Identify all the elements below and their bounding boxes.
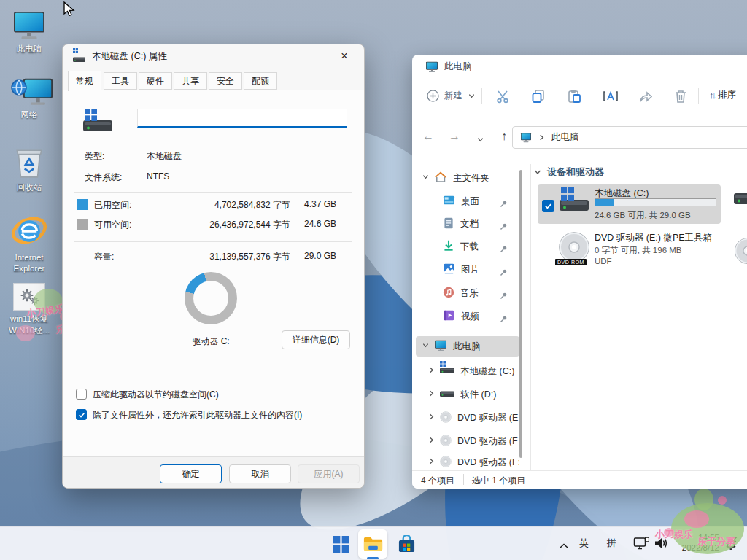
- volume-tray-icon[interactable]: [654, 537, 668, 553]
- drive-d-item-partial[interactable]: [734, 193, 747, 208]
- start-button[interactable]: [326, 529, 355, 559]
- chevron-right-icon[interactable]: [427, 413, 436, 421]
- cut-button[interactable]: [495, 89, 510, 106]
- drive-icon: [734, 193, 747, 205]
- sidebar-item-local-disk-c[interactable]: 本地磁盘 (C:): [416, 361, 519, 381]
- rename-button[interactable]: [603, 89, 619, 106]
- separator: [74, 241, 352, 242]
- details-button[interactable]: 详细信息(D): [282, 330, 350, 349]
- volume-label-input[interactable]: [137, 109, 347, 128]
- ime-mode-indicator[interactable]: 拼: [607, 537, 616, 550]
- properties-dialog: 本地磁盘 (C:) 属性 × 常规 工具 硬件 共享 安全 配额 类型: 本地磁…: [62, 44, 365, 489]
- share-icon: [638, 89, 653, 104]
- forward-button[interactable]: →: [449, 130, 460, 143]
- copy-button[interactable]: [531, 89, 546, 106]
- sidebar-item-home[interactable]: 主文件夹: [416, 168, 519, 188]
- up-button[interactable]: ↑: [501, 130, 507, 143]
- apply-button[interactable]: 应用(A): [298, 464, 360, 483]
- close-button[interactable]: ×: [333, 47, 355, 65]
- internet-explorer-icon: [11, 213, 47, 249]
- notification-bell-icon[interactable]: [724, 537, 738, 554]
- chevron-right-icon[interactable]: [427, 366, 436, 374]
- chevron-right-icon[interactable]: [427, 436, 436, 444]
- compress-checkbox[interactable]: [76, 389, 87, 400]
- share-button[interactable]: [638, 89, 653, 106]
- drive-c-item[interactable]: 本地磁盘 (C:) 24.6 GB 可用, 共 29.0 GB: [538, 184, 721, 224]
- chevron-right-icon[interactable]: [427, 389, 436, 397]
- free-space-legend-swatch: [77, 219, 88, 230]
- network-tray-icon[interactable]: [633, 537, 649, 553]
- pin-icon: [500, 266, 508, 279]
- desktop-icon-label2: WIN10经...: [1, 325, 57, 336]
- sort-icon: ↑↓: [709, 90, 714, 101]
- drive-icon: [440, 368, 454, 374]
- chevron-right-icon[interactable]: [427, 457, 436, 465]
- clock[interactable]: 14:55 2022/8/12: [671, 532, 719, 553]
- ime-language-indicator[interactable]: 英: [579, 537, 589, 550]
- desktop-icon-this-pc[interactable]: 此电脑: [1, 10, 57, 55]
- cancel-button[interactable]: 取消: [229, 464, 291, 483]
- address-bar[interactable]: 此电脑: [512, 126, 747, 149]
- desktop-icon-internet-explorer[interactable]: Internet Explorer: [1, 213, 57, 274]
- copy-icon: [531, 89, 546, 104]
- index-checkbox[interactable]: [76, 409, 87, 420]
- pane-divider[interactable]: [530, 164, 531, 470]
- tab-hardware[interactable]: 硬件: [139, 72, 172, 90]
- sidebar-item-dvd-f2[interactable]: DVD 驱动器 (F:): [416, 454, 519, 470]
- sidebar-item-dvd-f[interactable]: DVD 驱动器 (F: [416, 431, 519, 451]
- group-header-devices[interactable]: 设备和驱动器: [533, 166, 604, 179]
- history-chevron-button[interactable]: [476, 133, 484, 147]
- toolbar-divider: [698, 88, 699, 104]
- desktop-icon-recycle-bin[interactable]: 回收站: [1, 146, 57, 193]
- sidebar-item-label: 视频: [461, 311, 479, 323]
- sidebar-item-label: 文档: [460, 218, 479, 230]
- dvd-e-item[interactable]: DVD-ROM DVD 驱动器 (E:) 微PE工具箱 0 字节 可用, 共 1…: [538, 230, 721, 271]
- check-icon: [544, 202, 552, 210]
- sort-button[interactable]: ↑↓ 排序: [709, 89, 736, 101]
- desktop-icon-label: 网络: [1, 109, 57, 120]
- taskbar-store-button[interactable]: [392, 529, 421, 559]
- delete-button[interactable]: [673, 89, 688, 106]
- drive-letter-label: 驱动器 C:: [167, 335, 255, 348]
- explorer-tab[interactable]: 此电脑: [425, 61, 472, 73]
- chevron-down-icon[interactable]: [422, 341, 430, 349]
- tray-overflow-chevron[interactable]: [559, 540, 569, 553]
- index-checkbox-label[interactable]: 除了文件属性外，还允许索引此驱动器上文件的内容(I): [93, 409, 302, 421]
- scissors-icon: [495, 89, 510, 104]
- disc-icon: [440, 435, 452, 446]
- dialog-title: 本地磁盘 (C:) 属性: [92, 50, 167, 63]
- sidebar-item-label: 此电脑: [453, 341, 481, 353]
- chevron-down-icon[interactable]: [422, 173, 430, 181]
- tab-tools[interactable]: 工具: [104, 72, 137, 90]
- used-space-legend-swatch: [77, 199, 88, 210]
- pictures-icon: [443, 263, 455, 274]
- sidebar-item-dvd-e[interactable]: DVD 驱动器 (E: [416, 408, 519, 428]
- selection-checkbox[interactable]: [542, 200, 554, 212]
- paste-button[interactable]: [567, 89, 581, 106]
- sidebar-item-label: 音乐: [460, 287, 479, 300]
- toolbar-divider: [481, 88, 482, 104]
- plus-icon: [427, 90, 439, 102]
- compress-checkbox-label[interactable]: 压缩此驱动器以节约磁盘空间(C): [93, 389, 219, 401]
- ok-button[interactable]: 确定: [160, 464, 222, 483]
- home-icon: [434, 171, 447, 183]
- tray-date: 2022/8/12: [682, 543, 719, 552]
- tab-security[interactable]: 安全: [209, 72, 242, 90]
- breadcrumb-root[interactable]: 此电脑: [551, 131, 579, 144]
- sidebar-scrollbar[interactable]: [519, 170, 522, 458]
- dvd-f-item-partial[interactable]: [734, 237, 747, 268]
- new-button[interactable]: 新建: [427, 90, 476, 102]
- status-selected-count: 选中 1 个项目: [472, 475, 525, 487]
- tab-quota[interactable]: 配额: [244, 72, 277, 90]
- sidebar-item-this-pc[interactable]: 此电脑: [416, 336, 519, 357]
- sidebar-item-software-d[interactable]: 软件 (D:): [416, 384, 519, 405]
- back-button[interactable]: ←: [422, 130, 434, 143]
- tab-general[interactable]: 常规: [68, 71, 101, 91]
- taskbar-file-explorer-button[interactable]: [358, 529, 387, 559]
- status-item-count: 4 个项目: [421, 475, 454, 487]
- network-globe-icon: [10, 79, 28, 96]
- file-explorer-window: 此电脑 新建 ↑↓ 排序 ← → ↑ 此电脑 主文件夹 桌面 文档: [412, 55, 747, 489]
- free-space-label: 可用空间:: [94, 219, 131, 231]
- tab-sharing[interactable]: 共享: [174, 72, 207, 90]
- disc-icon: [440, 411, 452, 423]
